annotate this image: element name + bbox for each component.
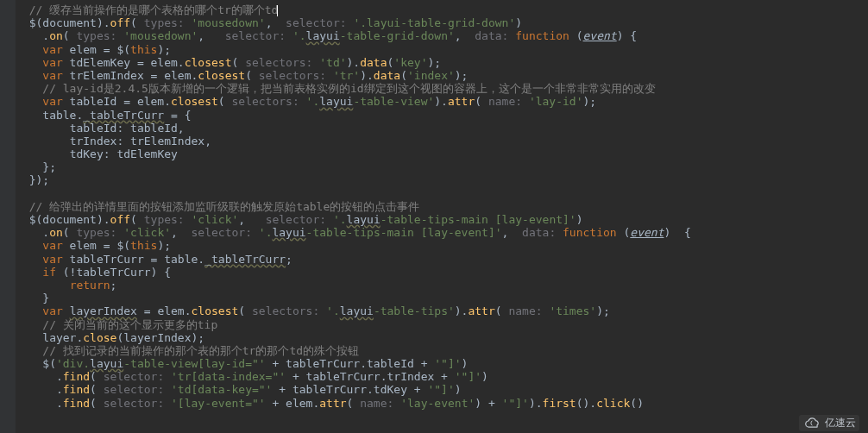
token-id: ) {	[664, 226, 690, 239]
code-line[interactable]: tableId: tableId,	[16, 122, 868, 135]
token-id: elem = $(	[63, 43, 130, 56]
token-id	[16, 82, 42, 95]
token-id: (layerIndex);	[116, 331, 204, 344]
token-param: types:	[144, 16, 192, 29]
token-str: '"]'	[434, 357, 461, 370]
token-id: ,	[198, 29, 224, 42]
token-str: '.	[306, 95, 320, 108]
code-line[interactable]: layer.close(layerIndex);	[16, 331, 868, 344]
token-str: 'lay-event'	[400, 397, 475, 410]
text-cursor	[277, 5, 278, 16]
code-line[interactable]: .find( selector: '[lay-event="' + elem.a…	[16, 397, 868, 410]
code-line[interactable]: };	[16, 160, 868, 173]
token-fn: click	[596, 397, 630, 410]
token-id	[16, 344, 42, 357]
code-line[interactable]: });	[16, 173, 868, 186]
code-line[interactable]: trIndex: trElemIndex,	[16, 135, 868, 147]
token-id: )	[462, 357, 469, 370]
code-line[interactable]: tdKey: tdElemKey	[16, 147, 868, 160]
code-line[interactable]: .on( types: 'mousedown', selector: '.lay…	[16, 29, 868, 42]
token-id	[16, 3, 29, 16]
token-id: + tableTrCurr.tableId +	[266, 357, 435, 370]
token-kw: var	[42, 43, 62, 56]
token-id: trElemIndex = elem.	[63, 69, 198, 82]
token-fn: attr	[448, 95, 475, 108]
code-line[interactable]: }	[16, 292, 868, 304]
token-id: ).	[360, 69, 374, 82]
token-id: tdElemKey = elem.	[63, 56, 185, 69]
token-id: .	[16, 397, 63, 410]
code-line[interactable]: var elem = $(this);	[16, 43, 868, 56]
token-id: (	[245, 69, 259, 82]
code-line[interactable]: // 缓存当前操作的是哪个表格的哪个tr的哪个td	[16, 3, 868, 16]
token-param: data:	[522, 226, 563, 239]
code-line[interactable]: return;	[16, 279, 868, 292]
code-area[interactable]: // 缓存当前操作的是哪个表格的哪个tr的哪个td $(document).of…	[16, 3, 868, 410]
token-id	[16, 135, 70, 147]
token-id: ).	[347, 56, 361, 69]
token-id: .	[16, 383, 63, 396]
code-line[interactable]: // 找到记录的当前操作的那个表的那个tr的那个td的殊个按钮	[16, 344, 868, 357]
token-param: name:	[360, 397, 400, 410]
code-line[interactable]: $(document).off( types: 'mousedown', sel…	[16, 16, 868, 29]
token-id: (	[63, 226, 77, 239]
token-id: }	[16, 292, 49, 304]
token-id: $(	[16, 16, 42, 29]
token-id: ().	[576, 397, 596, 410]
token-id	[16, 304, 42, 317]
cloud-icon	[802, 417, 821, 429]
token-str: 'times'	[549, 304, 596, 317]
code-line[interactable]: table._tableTrCurr = {	[16, 109, 868, 122]
token-id	[16, 95, 42, 108]
token-str: -table-tips-main [lay-event]'	[381, 213, 576, 226]
token-kw: var	[42, 253, 62, 266]
code-line[interactable]: var tdElemKey = elem.closest( selectors:…	[16, 56, 868, 69]
token-param: selectors:	[252, 304, 326, 317]
token-id: );	[157, 239, 171, 252]
code-line[interactable]: var trElemIndex = elem.closest( selector…	[16, 69, 868, 82]
code-editor[interactable]: // 缓存当前操作的是哪个表格的哪个tr的哪个td $(document).of…	[0, 0, 868, 433]
code-line[interactable]: .find( selector: 'tr[data-index="' + tab…	[16, 370, 868, 383]
token-id: )	[576, 213, 583, 226]
token-id: (	[495, 304, 509, 317]
token-str: 'click'	[192, 213, 239, 226]
token-id	[16, 56, 42, 69]
code-line[interactable]: $(document).off( types: 'click', selecto…	[16, 213, 868, 226]
code-line[interactable]: if (!tableTrCurr) {	[16, 266, 868, 279]
token-fn: first	[543, 397, 576, 410]
code-line[interactable]	[16, 187, 868, 200]
token-id: )	[455, 383, 462, 396]
code-line[interactable]: .on( types: 'click', selector: '.layui-t…	[16, 226, 868, 239]
token-param: types:	[76, 226, 123, 239]
code-line[interactable]: // lay-id是2.4.5版本新增的一个逻辑，把当前表格实例的id绑定到这个…	[16, 82, 868, 95]
editor-gutter	[0, 0, 16, 433]
token-str: 'click'	[123, 226, 171, 239]
token-id: .	[16, 370, 63, 383]
token-id: trIndex	[70, 135, 117, 147]
code-line[interactable]: // 给弹出的详情里面的按钮添加监听级联的触发原始table的按钮的点击事件	[16, 200, 868, 213]
code-line[interactable]: var tableTrCurr = table._tableTrCurr;	[16, 253, 868, 266]
token-id: (	[400, 69, 407, 82]
token-id: ).	[455, 304, 469, 317]
token-id: ,	[455, 29, 475, 42]
code-line[interactable]: var elem = $(this);	[16, 239, 868, 252]
token-id: (	[90, 397, 104, 410]
token-comment: // 缓存当前操作的是哪个表格的哪个tr的哪个td	[29, 3, 279, 16]
token-warn: layui	[319, 95, 353, 108]
token-id	[16, 239, 42, 252]
code-line[interactable]: $('div.layui-table-view[lay-id="' + tabl…	[16, 357, 868, 370]
token-str: 'td[data-key="'	[171, 383, 272, 396]
code-line[interactable]: // 关闭当前的这个显示更多的tip	[16, 318, 868, 331]
token-id: )	[515, 16, 522, 29]
code-line[interactable]: .find( selector: 'td[data-key="' + table…	[16, 383, 868, 396]
token-str: '"]'	[455, 370, 481, 383]
code-line[interactable]: var layerIndex = elem.closest( selectors…	[16, 304, 868, 317]
code-line[interactable]: var tableId = elem.closest( selectors: '…	[16, 95, 868, 108]
token-fn: data	[360, 56, 387, 69]
watermark-text: 亿速云	[825, 417, 856, 430]
token-fn: off	[110, 16, 130, 29]
token-kw: var	[42, 69, 62, 82]
token-kw: var	[42, 304, 62, 317]
token-fn: closest	[185, 56, 232, 69]
token-id: $(	[16, 357, 56, 370]
